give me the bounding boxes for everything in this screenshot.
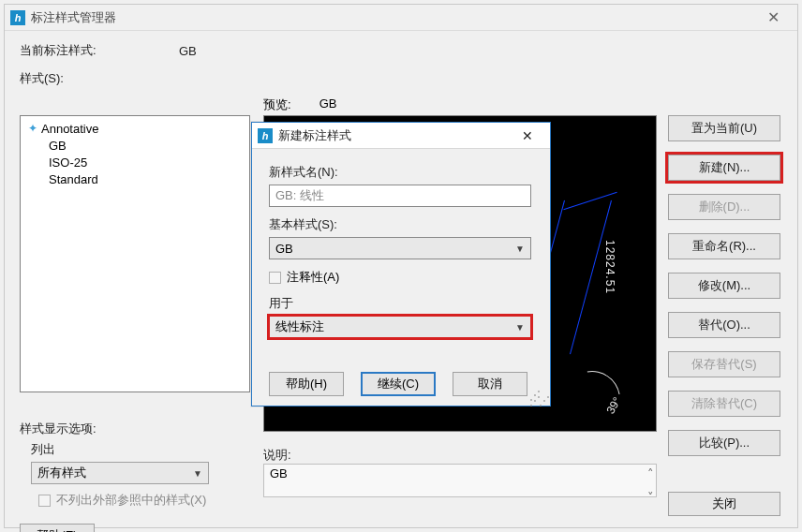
new-button[interactable]: 新建(N)...: [668, 155, 780, 181]
set-current-button[interactable]: 置为当前(U): [668, 115, 780, 141]
close-button[interactable]: 关闭: [668, 492, 780, 516]
close-icon[interactable]: ✕: [511, 123, 544, 149]
preview-label: 预览:: [263, 96, 291, 113]
annotative-label: 注释性(A): [287, 269, 339, 286]
preview-label-row: 预览: GB: [263, 96, 336, 113]
ext-ref-checkbox-label: 不列出外部参照中的样式(X): [56, 492, 206, 509]
list-item[interactable]: ISO-25: [28, 154, 242, 170]
new-name-label: 新样式名(N):: [269, 164, 533, 181]
clear-override-button: 清除替代(C): [668, 391, 780, 417]
use-for-dropdown[interactable]: 线性标注 ▼: [269, 316, 531, 338]
current-style-label: 当前标注样式:: [20, 42, 179, 59]
delete-button: 删除(D)...: [668, 194, 780, 220]
current-style-value: GB: [179, 44, 197, 58]
resize-grip-icon[interactable]: ⋰⋰⋰: [529, 392, 548, 404]
description-value: GB: [270, 466, 288, 480]
styles-label: 样式(S):: [20, 70, 782, 87]
titlebar: h 标注样式管理器 ✕: [5, 5, 797, 31]
base-style-dropdown[interactable]: GB ▼: [269, 237, 531, 259]
annotative-checkbox-row[interactable]: 注释性(A): [269, 269, 533, 286]
input-value: GB: 线性: [275, 187, 324, 204]
inner-button-row: 帮助(H) 继续(C) 取消: [269, 372, 527, 396]
use-for-label: 用于: [269, 295, 533, 312]
override-button[interactable]: 替代(O)...: [668, 312, 780, 338]
new-dim-style-dialog: h 新建标注样式 ✕ 新样式名(N): GB: 线性 基本样式(S): GB ▼…: [251, 122, 551, 406]
chevron-down-icon: ▼: [515, 244, 525, 254]
continue-button[interactable]: 继续(C): [361, 372, 436, 396]
style-name: GB: [49, 139, 67, 153]
inner-titlebar: h 新建标注样式 ✕: [252, 123, 550, 149]
app-icon: h: [10, 10, 25, 25]
list-item[interactable]: GB: [28, 137, 242, 154]
chevron-up-icon[interactable]: ˄: [647, 466, 654, 480]
save-override-button: 保存替代(S): [668, 351, 780, 377]
dimension-value-vertical: 12824.51: [603, 240, 616, 294]
list-item[interactable]: Standard: [28, 170, 242, 187]
dropdown-value: GB: [275, 242, 293, 256]
style-name: Standard: [49, 172, 98, 186]
new-name-input[interactable]: GB: 线性: [269, 185, 531, 207]
checkbox-icon[interactable]: [269, 272, 281, 284]
dropdown-value: 线性标注: [275, 318, 324, 335]
inner-help-button[interactable]: 帮助(H): [269, 372, 344, 396]
styles-listbox[interactable]: ✦ Annotative GB ISO-25 Standard: [20, 115, 250, 392]
show-options-label: 样式显示选项:: [20, 421, 97, 437]
show-options-dropdown[interactable]: 所有样式 ▼: [31, 462, 209, 484]
ext-ref-checkbox-row[interactable]: 不列出外部参照中的样式(X): [38, 492, 206, 509]
close-icon[interactable]: ✕: [754, 5, 792, 31]
compare-button[interactable]: 比较(P)...: [668, 430, 780, 456]
inner-body: 新样式名(N): GB: 线性 基本样式(S): GB ▼ 注释性(A) 用于 …: [252, 149, 550, 406]
style-name: Annotative: [41, 122, 98, 136]
preview-style-name: GB: [319, 96, 337, 113]
annotative-icon: ✦: [28, 122, 37, 135]
list-item[interactable]: ✦ Annotative: [28, 120, 242, 137]
current-style-row: 当前标注样式: GB: [20, 42, 782, 59]
window-title: 标注样式管理器: [31, 9, 116, 26]
style-name: ISO-25: [49, 155, 87, 170]
chevron-down-icon[interactable]: ˅: [647, 490, 654, 504]
help-button[interactable]: 帮助(E): [20, 524, 95, 532]
checkbox-icon[interactable]: [38, 495, 51, 507]
description-scroll[interactable]: ˄ ˅: [647, 466, 654, 504]
description-box: GB ˄ ˅: [263, 464, 657, 497]
description-label: 说明:: [263, 447, 291, 464]
inner-window-title: 新建标注样式: [278, 127, 351, 144]
chevron-down-icon: ▼: [515, 322, 525, 332]
side-buttons-column: 置为当前(U) 新建(N)... 删除(D)... 重命名(R)... 修改(M…: [668, 115, 780, 456]
dropdown-value: 所有样式: [37, 465, 86, 481]
cancel-button[interactable]: 取消: [453, 372, 527, 396]
chevron-down-icon: ▼: [193, 468, 202, 479]
app-icon: h: [258, 128, 273, 143]
base-style-label: 基本样式(S):: [269, 216, 533, 233]
show-options-sublabel: 列出: [31, 441, 55, 458]
modify-button[interactable]: 修改(M)...: [668, 273, 780, 299]
rename-button[interactable]: 重命名(R)...: [668, 233, 780, 259]
